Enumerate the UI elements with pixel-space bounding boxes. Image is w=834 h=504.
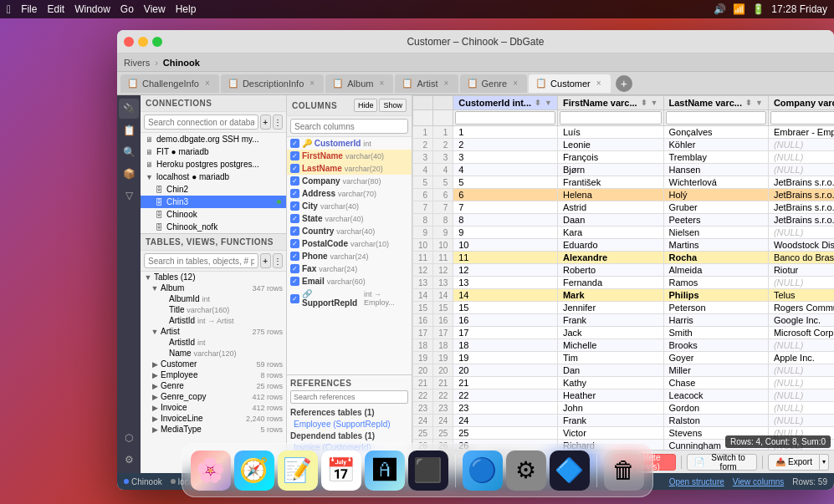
menu-window[interactable]: Window — [74, 3, 110, 15]
tab-challengeinfo[interactable]: 📋 ChallengeInfo × — [120, 74, 219, 93]
tab-artist[interactable]: 📋 Artist × — [395, 74, 458, 93]
show-button[interactable]: Show — [379, 99, 407, 112]
tree-customer[interactable]: ▶ Customer 59 rows — [141, 359, 286, 369]
sidebar-icon-filter[interactable]: ▽ — [119, 186, 139, 206]
connection-item-demo[interactable]: 🖥 demo.dbgate.org SSH my... — [141, 133, 286, 145]
menu-file[interactable]: File — [21, 3, 37, 15]
col-checkbox-lastname[interactable]: ✓ — [290, 164, 299, 173]
table-row[interactable]: 191919TimGoyerApple Inc. — [413, 352, 835, 364]
tree-mediatype[interactable]: ▶ MediaType 5 rows — [141, 424, 286, 435]
col-checkbox-postalcode[interactable]: ✓ — [290, 239, 299, 248]
tab-close-challengeinfo[interactable]: × — [202, 79, 212, 89]
col-item-state[interactable]: ✓ State varchar(40) — [287, 212, 412, 225]
table-row[interactable]: 121212RobertoAlmeidaRiotur — [413, 264, 835, 277]
menu-edit[interactable]: Edit — [47, 3, 64, 15]
sidebar-icon-archive[interactable]: 📦 — [119, 164, 139, 184]
table-row[interactable]: 131313FernandaRamos(NULL) — [413, 277, 835, 289]
col-item-firstname[interactable]: ✓ FirstName varchar(40) — [287, 150, 412, 162]
hide-button[interactable]: Hide — [354, 99, 378, 112]
table-row[interactable]: 444BjørnHansen(NULL) — [413, 164, 835, 176]
export-button[interactable]: 📤 Export — [768, 454, 820, 471]
columns-search-input[interactable] — [290, 119, 408, 134]
sidebar-icon-layers[interactable]: ⬡ — [119, 428, 139, 448]
tree-artistid2[interactable]: ArtistId int — [141, 337, 286, 348]
filter-icon-lastname[interactable]: ▼ — [755, 99, 763, 107]
table-row[interactable]: 181818MichelleBrooks(NULL) — [413, 339, 835, 352]
view-columns-link[interactable]: View columns — [733, 477, 785, 486]
connections-menu-btn[interactable]: ⋮ — [273, 115, 284, 130]
table-row[interactable]: 777AstridGruberJetBrains s.r.o. — [413, 201, 835, 214]
tree-artistid[interactable]: ArtistId int → Artist — [141, 315, 286, 326]
filter-input-lastname[interactable] — [666, 111, 766, 125]
filter-icon-customerid[interactable]: ▼ — [545, 99, 552, 107]
col-item-address[interactable]: ✓ Address varchar(70) — [287, 187, 412, 200]
table-row[interactable]: 242424FrankRalston(NULL) — [413, 415, 835, 427]
col-item-fax[interactable]: ✓ Fax varchar(24) — [287, 262, 412, 275]
tree-employee[interactable]: ▶ Employee 8 rows — [141, 369, 286, 380]
connection-item-fit[interactable]: 🖥 FIT ● mariadb — [141, 145, 286, 158]
tab-close-genre[interactable]: × — [510, 79, 520, 89]
breadcrumb-rivers[interactable]: Rivers — [124, 58, 150, 68]
ref-item-employee[interactable]: Employee (SupportRepId) — [290, 419, 408, 430]
sidebar-icon-settings[interactable]: ⚙ — [119, 450, 139, 470]
connection-item-chin2[interactable]: 🗄 Chin2 — [141, 183, 286, 196]
col-checkbox-address[interactable]: ✓ — [290, 189, 299, 198]
open-structure-link[interactable]: Open structure — [669, 477, 724, 486]
table-row[interactable]: 333FrançoisTremblay(NULL) — [413, 151, 835, 164]
col-checkbox-city[interactable]: ✓ — [290, 201, 299, 211]
col-checkbox-fax[interactable]: ✓ — [290, 264, 299, 273]
table-row[interactable]: 141414MarkPhilipsTelus — [413, 289, 835, 302]
col-item-customerid[interactable]: ✓ 🔑 CustomerId int — [287, 137, 412, 150]
col-item-email[interactable]: ✓ Email varchar(60) — [287, 275, 412, 288]
tables-search-input[interactable] — [144, 253, 258, 268]
table-row[interactable]: 111111AlexandreRochaBanco do Brasil S.A. — [413, 252, 835, 264]
th-customerid[interactable]: CustomerId int... ⬍ ▼ — [453, 96, 558, 110]
tree-tables-group[interactable]: ▼ Tables (12) — [141, 272, 286, 283]
col-item-postalcode[interactable]: ✓ PostalCode varchar(10) — [287, 237, 412, 250]
switch-form-button[interactable]: 📄 Switch to form — [687, 454, 757, 471]
minimize-button[interactable] — [138, 37, 148, 47]
tab-descriptioninfo[interactable]: 📋 DescriptionInfo × — [221, 74, 324, 93]
data-table-container[interactable]: CustomerId int... ⬍ ▼ FirstName varc... … — [412, 95, 834, 450]
col-item-lastname[interactable]: ✓ LastName varchar(20) — [287, 162, 412, 175]
col-item-country[interactable]: ✓ Country varchar(40) — [287, 225, 412, 237]
tab-close-artist[interactable]: × — [442, 79, 452, 89]
col-item-city[interactable]: ✓ City varchar(40) — [287, 200, 412, 212]
table-row[interactable]: 888DaanPeetersJetBrains s.r.o. — [413, 214, 835, 227]
close-button[interactable] — [124, 37, 134, 47]
table-row[interactable]: 999KaraNielsen(NULL) — [413, 227, 835, 239]
dock-calendar[interactable]: 📅 — [321, 451, 361, 491]
table-row[interactable]: 171717JackSmithMicrosoft Corporation — [413, 327, 835, 339]
col-checkbox-customerid[interactable]: ✓ — [290, 139, 299, 148]
references-search-input[interactable] — [290, 390, 408, 404]
menu-help[interactable]: Help — [176, 3, 197, 15]
table-row[interactable]: 232323JohnGordon(NULL) — [413, 402, 835, 415]
tree-albumid[interactable]: AlbumId int — [141, 293, 286, 304]
table-row[interactable]: 101010EduardoMartinsWoodstock Discos — [413, 239, 835, 252]
table-row[interactable]: 151515JenniferPetersonRogers Communicati… — [413, 302, 835, 314]
tab-genre[interactable]: 📋 Genre × — [460, 74, 528, 93]
th-company[interactable]: Company varchar(80) — [768, 96, 834, 110]
connection-item-heroku[interactable]: 🖥 Heroku postgres postgres... — [141, 158, 286, 171]
filter-input-company[interactable] — [770, 111, 834, 125]
connection-item-chin3[interactable]: 🗄 Chin3 — [141, 196, 286, 208]
tables-filter-btn[interactable]: + — [260, 253, 271, 268]
connection-item-localhost[interactable]: ▼ localhost ● mariadb — [141, 171, 286, 183]
dock-dbgate[interactable]: 🔷 — [550, 451, 590, 491]
connections-search-input[interactable] — [144, 115, 258, 130]
col-item-supportrepid[interactable]: ✓ 🔗 SupportRepId int → Employ... — [287, 288, 412, 309]
table-row[interactable]: 212121KathyChase(NULL) — [413, 377, 835, 389]
table-row[interactable]: 222LeonieKöhler(NULL) — [413, 139, 835, 151]
dock-safari[interactable]: 🧭 — [234, 451, 274, 491]
tab-close-descriptioninfo[interactable]: × — [307, 79, 317, 89]
breadcrumb-chinook[interactable]: Chinook — [163, 58, 200, 68]
table-row[interactable]: 161616FrankHarrisGoogle Inc. — [413, 314, 835, 327]
tree-artist[interactable]: ▼ Artist 275 rows — [141, 326, 286, 337]
dock-photos[interactable]: 🌸 — [191, 451, 231, 491]
dock-appstore[interactable]: 🅰 — [365, 451, 405, 491]
col-item-phone[interactable]: ✓ Phone varchar(24) — [287, 250, 412, 262]
table-row[interactable]: 202020DanMiller(NULL) — [413, 364, 835, 377]
dock-trash[interactable]: 🗑 — [604, 451, 644, 491]
menu-go[interactable]: Go — [120, 3, 134, 15]
maximize-button[interactable] — [152, 37, 162, 47]
